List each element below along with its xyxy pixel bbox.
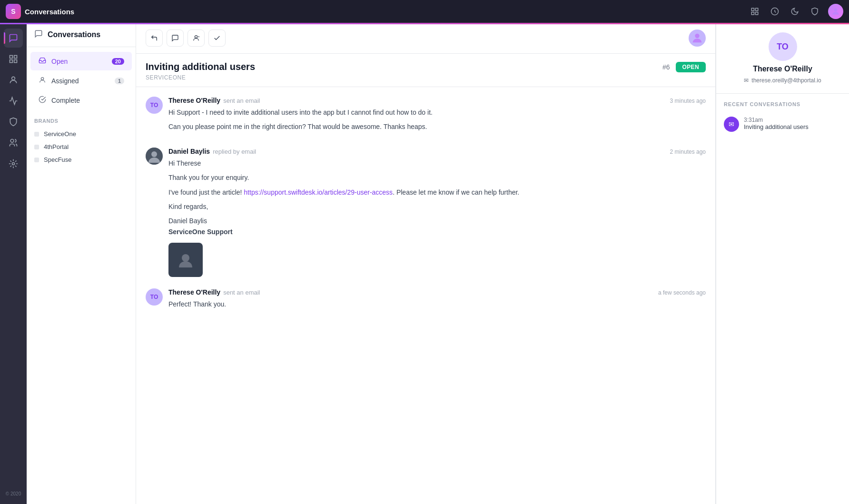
brands-title: BRANDS [34,118,128,124]
top-bar: S Conversations [0,0,849,23]
user-avatar[interactable] [828,4,843,19]
message-attachment-image [168,243,203,277]
brand-label-serviceone: ServiceOne [44,130,76,138]
year-label: © 2020 [6,491,21,496]
message-action-2: replied by email [213,148,256,155]
svg-rect-9 [10,60,13,63]
svg-rect-6 [10,56,13,59]
check-circle-icon [38,96,47,105]
app-logo: S [6,4,21,19]
message-body-3: Therese O'Reilly sent an email a few sec… [168,288,706,313]
message-time-2: 2 minutes ago [670,148,706,155]
contact-name: Therese O'Reilly [753,65,812,73]
conversation-header: Inviting additional users #6 OPEN SERVIC… [136,54,715,87]
message-action-1: sent an email [223,97,260,104]
reply-button[interactable] [146,30,163,47]
icon-sidebar: © 2020 [0,23,27,504]
sidebar-bottom: © 2020 [6,491,21,496]
svg-point-17 [695,34,699,38]
sender-avatar-to-1: TO [146,97,163,114]
recent-conv-time: 3:31am [744,117,841,123]
contact-section: TO Therese O'Reilly ✉ therese.oreilly@4t… [716,23,849,94]
nav-sidebar: Conversations Open 20 Assigned 1 [27,23,136,504]
message-sender-3: Therese O'Reilly [168,288,220,296]
nav-item-open-label: Open [51,58,107,65]
svg-rect-1 [756,8,758,10]
brand-dot-specfuse [34,158,39,162]
sidebar-nav-shield[interactable] [4,112,23,131]
brand-4thportal[interactable]: 4thPortal [34,140,128,153]
message-action-3: sent an email [223,289,260,296]
documents-icon[interactable] [748,5,761,18]
message-item: TO Therese O'Reilly sent an email 3 minu… [146,97,706,136]
app-title: Conversations [25,8,74,16]
message-text-2: Hi Therese Thank you for your enquiry. I… [168,158,706,237]
svg-rect-8 [14,60,17,63]
nav-item-assigned-label: Assigned [51,77,110,85]
brand-label-specfuse: SpecFuse [44,156,72,163]
message-sender-2: Daniel Baylis [168,148,210,155]
conversation-title: Inviting additional users [146,61,657,72]
svg-rect-2 [756,12,758,15]
sidebar-nav-contacts[interactable] [4,70,23,89]
svg-rect-7 [14,56,17,59]
conversation-user-avatar [689,30,706,47]
svg-rect-0 [751,8,754,10]
message-time-1: 3 minutes ago [670,98,706,104]
brand-label-4thportal: 4thPortal [44,143,69,150]
assign-button[interactable] [188,30,205,47]
messages-area: TO Therese O'Reilly sent an email 3 minu… [136,87,715,504]
svg-rect-3 [751,12,754,15]
moon-icon[interactable] [788,5,801,18]
nav-item-assigned[interactable]: Assigned 1 [30,71,132,90]
recent-conv-item[interactable]: ✉ 3:31am Inviting additional users [724,113,841,136]
sidebar-nav-conversations[interactable] [4,29,23,48]
sidebar-nav-bot[interactable] [4,154,23,173]
inbox-icon [38,57,47,66]
brand-serviceone[interactable]: ServiceOne [34,128,128,140]
conversation-panel: Inviting additional users #6 OPEN SERVIC… [136,23,716,504]
status-badge: OPEN [676,62,706,72]
note-button[interactable] [167,30,184,47]
sidebar-nav-analytics[interactable] [4,91,23,110]
grid-icon[interactable] [768,5,781,18]
brand-dot-serviceone [34,132,39,137]
brand-specfuse[interactable]: SpecFuse [34,153,128,166]
svg-point-21 [182,254,189,262]
shield-icon[interactable] [808,5,821,18]
sender-avatar-db [146,148,163,165]
top-bar-icons [748,4,843,19]
gradient-bar [0,23,849,24]
svg-point-19 [151,151,157,157]
recent-conv-email-icon: ✉ [724,117,739,132]
complete-button[interactable] [208,30,226,47]
nav-item-open[interactable]: Open 20 [30,52,132,70]
recent-conv-body: 3:31am Inviting additional users [744,117,841,130]
recent-conv-title: RECENT CONVERSATIONS [724,101,841,107]
conversation-toolbar [136,23,715,54]
brand-dot-4thportal [34,145,39,149]
conversation-id: #6 [662,63,670,71]
message-sender-1: Therese O'Reilly [168,97,220,104]
message-time-3: a few seconds ago [658,289,706,296]
recent-conversations-section: RECENT CONVERSATIONS ✉ 3:31am Inviting a… [716,94,849,143]
brands-section: BRANDS ServiceOne 4thPortal SpecFuse [27,114,136,170]
conversation-brand: SERVICEONE [146,74,706,81]
sidebar-nav-team[interactable] [4,133,23,152]
nav-sidebar-header: Conversations [27,23,136,47]
nav-item-open-badge: 20 [112,58,124,65]
article-link[interactable]: https://support.swiftdesk.io/articles/29… [244,188,393,196]
user-assigned-icon [38,76,47,85]
svg-point-11 [10,139,14,143]
nav-header-title: Conversations [48,30,100,39]
contact-email-row: ✉ therese.oreilly@4thportal.io [744,77,821,84]
svg-point-5 [834,8,838,11]
right-panel: TO Therese O'Reilly ✉ therese.oreilly@4t… [716,23,849,504]
email-icon: ✉ [744,77,749,84]
recent-conv-subject: Inviting additional users [744,123,841,130]
message-text-3: Perfect! Thank you. [168,299,706,309]
message-body-2: Daniel Baylis replied by email 2 minutes… [168,148,706,277]
nav-item-complete[interactable]: Complete [30,91,132,109]
sidebar-nav-reports[interactable] [4,49,23,69]
contact-email: therese.oreilly@4thportal.io [751,77,821,84]
